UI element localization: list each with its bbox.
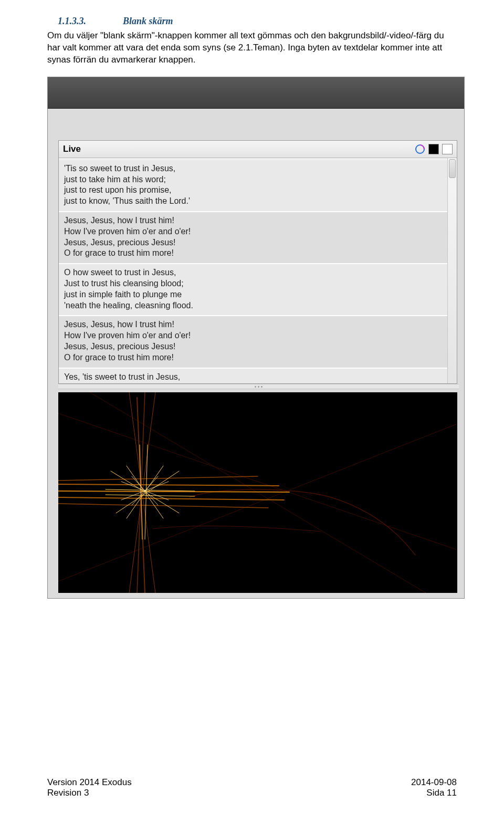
footer-date: 2014-09-08 [411,777,457,788]
page-footer: Version 2014 Exodus Revision 3 2014-09-0… [47,777,457,798]
footer-revision: Revision 3 [47,788,132,798]
footer-version: Version 2014 Exodus [47,777,132,788]
heading-title: Blank skärm [123,16,173,27]
section-heading: 1.1.3.3. Blank skärm [47,16,457,27]
list-item[interactable]: O how sweet to trust in Jesus,Just to tr… [59,264,457,316]
live-panel-title: Live [63,144,81,154]
scroll-thumb[interactable] [449,159,456,178]
app-titlebar [48,77,464,109]
list-item[interactable]: Jesus, Jesus, how I trust him!How I've p… [59,212,457,264]
live-panel-header: Live [59,141,457,158]
live-panel: Live 'Tis so sweet to trust in Jesus,jus… [58,140,457,384]
verse-list[interactable]: 'Tis so sweet to trust in Jesus,just to … [59,158,457,384]
preview-graphic [58,392,457,593]
preview-screen [58,392,457,593]
list-item[interactable]: Yes, 'tis sweet to trust in Jesus, [59,369,457,384]
scrollbar[interactable] [447,158,457,384]
splitter-handle[interactable] [58,384,459,389]
swirl-icon[interactable] [415,144,425,154]
list-item[interactable]: 'Tis so sweet to trust in Jesus,just to … [59,160,457,212]
body-paragraph: Om du väljer "blank skärm"-knappen komme… [47,30,457,66]
footer-page: Sida 11 [411,788,457,798]
blank-white-icon[interactable] [442,144,453,154]
panel-wrapper: Live 'Tis so sweet to trust in Jesus,jus… [48,109,464,599]
blank-black-icon[interactable] [428,144,439,154]
heading-number: 1.1.3.3. [58,16,86,27]
app-screenshot: Live 'Tis so sweet to trust in Jesus,jus… [47,77,465,599]
list-item[interactable]: Jesus, Jesus, how I trust him!How I've p… [59,316,457,368]
